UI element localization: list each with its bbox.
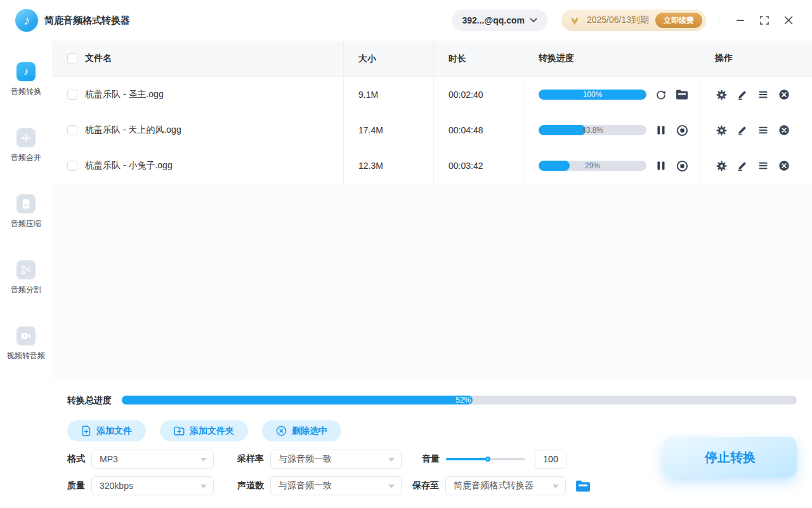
pencil-icon (737, 124, 748, 136)
music-note-icon: ♪ (16, 62, 36, 81)
account-dropdown[interactable]: 392...@qq.com (452, 10, 547, 31)
caret-down-icon (200, 458, 207, 462)
column-divider (523, 41, 523, 184)
caret-down-icon (553, 485, 559, 488)
list-button[interactable] (757, 88, 769, 101)
volume-slider[interactable] (446, 458, 525, 460)
hamburger-icon (757, 89, 769, 100)
table-row: 杭盖乐队 - 天上的风.ogg 17.4M 00:04:48 43.8% (52, 112, 812, 148)
circle-x-icon (778, 124, 790, 136)
column-divider (433, 41, 434, 184)
sidebar-item-audio-convert[interactable]: ♪ 音频转换 (11, 62, 41, 97)
add-file-button[interactable]: 添加文件 (67, 420, 146, 441)
gear-icon (716, 89, 728, 101)
file-name: 杭盖乐队 - 圣主.ogg (85, 89, 164, 100)
format-select[interactable]: MP3 (91, 450, 214, 469)
delete-selected-button[interactable]: 删除选中 (262, 420, 341, 441)
maximize-button[interactable] (755, 11, 774, 30)
sample-rate-label: 采样率 (237, 453, 264, 465)
maximize-icon (760, 16, 769, 25)
close-button[interactable] (779, 11, 798, 30)
quality-select[interactable]: 320kbps (91, 476, 214, 495)
minimize-button[interactable] (731, 11, 750, 30)
channels-label: 声道数 (237, 480, 264, 491)
add-folder-icon (174, 426, 185, 436)
format-label: 格式 (67, 453, 85, 465)
caret-down-icon (200, 485, 207, 488)
file-size: 12.3M (358, 161, 383, 171)
sidebar-item-audio-merge[interactable]: 音频合并 (11, 128, 41, 163)
column-header-progress: 转换进度 (539, 53, 574, 64)
edit-button[interactable] (736, 88, 749, 101)
video-camera-icon (16, 326, 36, 345)
progress-bar: 29% (539, 161, 646, 171)
edit-button[interactable] (736, 159, 749, 172)
content-area: 文件名 大小 时长 转换进度 操作 杭盖乐队 - 圣主.ogg 9.1M 00:… (52, 41, 812, 508)
sidebar-item-audio-compress[interactable]: 音频压缩 (11, 194, 41, 229)
progress-bar: 43.8% (539, 125, 646, 135)
file-table: 文件名 大小 时长 转换进度 操作 杭盖乐队 - 圣主.ogg 9.1M 00:… (52, 41, 812, 184)
stop-conversion-button[interactable]: 停止转换 (664, 437, 797, 478)
total-progress-bar: 52% (122, 396, 797, 404)
title-bar: ♪ 简鹿音频格式转换器 392...@qq.com ♥ V 2025/06/13… (0, 0, 812, 41)
total-progress-percent: 52% (455, 396, 471, 404)
pause-button[interactable] (655, 124, 667, 137)
file-size: 9.1M (358, 90, 378, 100)
row-checkbox[interactable] (67, 90, 77, 100)
vip-expiry-date: 2025/06/13到期 (587, 15, 649, 26)
reconvert-button[interactable] (655, 88, 667, 101)
progress-label: 29% (539, 161, 646, 171)
file-name: 杭盖乐队 - 天上的风.ogg (85, 124, 181, 136)
total-progress-label: 转换总进度 (67, 395, 112, 406)
row-checkbox[interactable] (67, 125, 77, 135)
column-header-filename: 文件名 (85, 53, 112, 64)
account-email: 392...@qq.com (462, 15, 524, 25)
renew-button[interactable]: 立即续费 (655, 13, 702, 28)
settings-button[interactable] (715, 88, 728, 101)
channels-select[interactable]: 与源音频一致 (270, 476, 402, 495)
slider-thumb[interactable] (485, 457, 490, 462)
list-button[interactable] (757, 159, 769, 172)
column-divider (700, 41, 700, 184)
caret-down-icon (388, 485, 395, 488)
progress-bar: 100% (539, 90, 646, 100)
remove-button[interactable] (778, 159, 790, 172)
sidebar-item-audio-split[interactable]: 音频分割 (11, 260, 41, 295)
save-to-select[interactable]: 简鹿音频格式转换器 (445, 476, 566, 495)
settings-button[interactable] (715, 124, 728, 137)
delete-circle-icon (276, 425, 287, 436)
scissors-icon (16, 260, 36, 279)
minimize-icon (736, 16, 745, 25)
hamburger-icon (757, 160, 769, 171)
column-header-duration: 时长 (449, 53, 466, 64)
gear-icon (716, 160, 728, 172)
remove-button[interactable] (778, 124, 790, 137)
stop-button[interactable] (676, 159, 688, 172)
volume-input[interactable] (535, 450, 566, 469)
browse-folder-button[interactable] (575, 478, 591, 494)
remove-button[interactable] (778, 88, 790, 101)
table-row: 杭盖乐队 - 小兔子.ogg 12.3M 00:03:42 29% (52, 148, 812, 184)
open-folder-button[interactable] (676, 88, 688, 101)
volume-label: 音量 (422, 453, 440, 465)
column-divider (343, 41, 344, 184)
row-checkbox[interactable] (67, 161, 77, 171)
sample-rate-select[interactable]: 与源音频一致 (270, 450, 402, 469)
sidebar: ♪ 音频转换 音频合并 音频压缩 音频分割 视频转音频 (0, 41, 52, 508)
add-folder-button[interactable]: 添加文件夹 (160, 420, 248, 441)
gear-icon (716, 124, 728, 137)
sidebar-item-video-to-audio[interactable]: 视频转音频 (7, 326, 45, 361)
column-header-actions: 操作 (715, 53, 733, 64)
file-duration: 00:02:40 (449, 90, 483, 100)
app-title: 简鹿音频格式转换器 (44, 15, 130, 27)
select-all-checkbox[interactable] (67, 53, 77, 64)
compress-file-icon (16, 194, 36, 213)
edit-button[interactable] (736, 124, 749, 137)
progress-label: 100% (539, 90, 646, 100)
settings-button[interactable] (715, 159, 728, 172)
list-button[interactable] (757, 124, 769, 137)
app-logo-icon: ♪ (15, 9, 38, 32)
chevron-down-icon (530, 18, 537, 23)
stop-button[interactable] (676, 124, 688, 137)
pause-button[interactable] (655, 159, 667, 172)
